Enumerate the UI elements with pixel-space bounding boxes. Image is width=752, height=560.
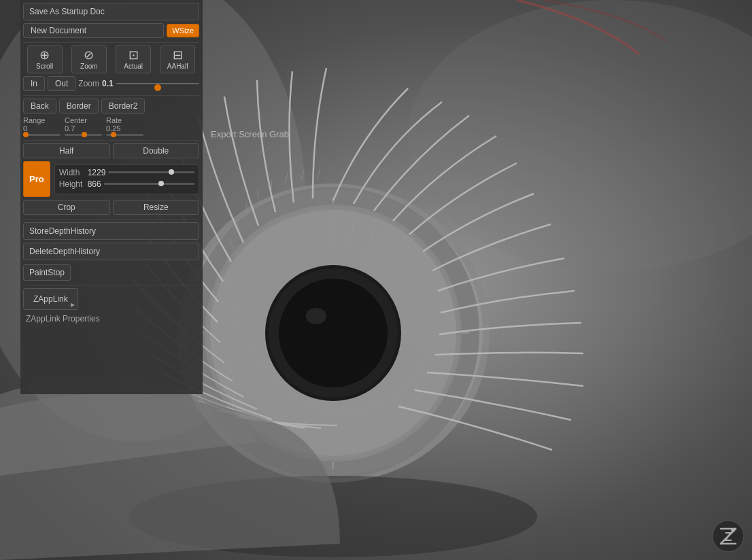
rate-thumb [111, 132, 116, 137]
height-thumb [158, 181, 164, 186]
half-double-row: Half Double [23, 143, 199, 158]
new-document-row: New Document WSize [23, 23, 199, 38]
actual-label: Actual [124, 63, 143, 70]
range-thumb [23, 132, 29, 137]
save-startup-row: Save As Startup Doc [23, 3, 199, 20]
actual-button[interactable]: ⊡ Actual [116, 46, 151, 73]
height-slider[interactable] [104, 183, 194, 185]
zbrush-logo: Z [711, 519, 745, 553]
zoom-thumb [154, 84, 161, 91]
depth-history-row: StoreDepthHistory DeleteDepthHistory [23, 222, 199, 260]
scroll-label: Scroll [36, 63, 53, 70]
height-label: Height [59, 179, 85, 189]
width-label: Width [59, 168, 85, 177]
store-depth-button[interactable]: StoreDepthHistory [23, 222, 199, 240]
divider-2 [23, 95, 199, 96]
range-control: Range 0 [23, 116, 61, 136]
zoom-icon: ⊘ [84, 49, 94, 61]
divider-4 [23, 219, 199, 220]
paint-stop-button[interactable]: PaintStop [23, 264, 71, 281]
range-slider[interactable] [23, 134, 61, 136]
scroll-button[interactable]: ⊕ Scroll [27, 46, 63, 73]
dimensions-panel: Width 1229 Height 866 [54, 164, 199, 194]
zoom-button[interactable]: ⊘ Zoom [71, 46, 107, 73]
divider-3 [23, 140, 199, 141]
save-as-startup-button[interactable]: Save As Startup Doc [23, 3, 199, 20]
delete-depth-button[interactable]: DeleteDepthHistory [23, 243, 199, 260]
rate-control: Rate 0.25 [106, 116, 143, 136]
divider-5 [23, 285, 199, 285]
wsize-button[interactable]: WSize [167, 24, 199, 37]
zoom-control-row: In Out Zoom 0.1 [23, 76, 199, 91]
center-value: 0.7 [65, 124, 75, 133]
svg-point-46 [279, 279, 388, 387]
range-label: Range [23, 116, 45, 124]
zapplink-button[interactable]: ZAppLink [23, 288, 78, 310]
border2-button[interactable]: Border2 [101, 99, 146, 113]
height-value: 866 [88, 179, 101, 189]
zoom-track [116, 83, 199, 84]
width-slider[interactable] [108, 171, 194, 173]
width-value: 1229 [88, 168, 106, 177]
range-sliders-row: Range 0 Center 0.7 Rate 0.25 [23, 116, 199, 136]
aahalf-button[interactable]: ⊟ AAHalf [160, 46, 195, 73]
border-button[interactable]: Border [59, 99, 99, 113]
pro-dims-row: Pro Width 1229 Height 866 [23, 161, 199, 197]
paint-stop-row: PaintStop [23, 264, 199, 281]
resize-button[interactable]: Resize [113, 200, 200, 215]
zoom-btn-label: Zoom [80, 63, 98, 70]
sidebar-panel: Save As Startup Doc New Document WSize ⊕… [20, 0, 203, 394]
center-thumb [82, 132, 87, 137]
svg-text:Z: Z [725, 530, 732, 544]
divider-1 [23, 42, 199, 43]
back-border-row: Back Border Border2 [23, 99, 199, 113]
zapplink-row: ZAppLink [23, 288, 199, 310]
rate-label: Rate [106, 116, 122, 124]
back-button[interactable]: Back [23, 99, 56, 113]
actual-icon: ⊡ [129, 49, 139, 61]
zapplink-properties-label[interactable]: ZAppLink Properties [23, 313, 199, 325]
new-document-button[interactable]: New Document [23, 23, 164, 38]
crop-resize-row: Crop Resize [23, 200, 199, 215]
center-label: Center [65, 116, 87, 124]
rate-slider[interactable] [106, 134, 143, 136]
scroll-icon: ⊕ [39, 49, 50, 61]
center-slider[interactable] [65, 134, 102, 136]
out-button[interactable]: Out [48, 76, 75, 91]
svg-point-47 [306, 308, 326, 324]
double-button[interactable]: Double [113, 143, 200, 158]
zoom-slider[interactable] [116, 79, 199, 88]
in-button[interactable]: In [23, 76, 45, 91]
aahalf-label: AAHalf [167, 63, 188, 70]
aahalf-icon: ⊟ [173, 49, 183, 61]
view-controls-row: ⊕ Scroll ⊘ Zoom ⊡ Actual ⊟ AAHalf [23, 46, 199, 73]
height-row: Height 866 [59, 179, 194, 189]
zoom-text-label: Zoom [78, 79, 99, 88]
center-control: Center 0.7 [65, 116, 102, 136]
zoom-value-display: 0.1 [102, 79, 114, 88]
width-row: Width 1229 [59, 168, 194, 177]
pro-button[interactable]: Pro [23, 161, 50, 197]
half-button[interactable]: Half [23, 143, 110, 158]
crop-button[interactable]: Crop [23, 200, 110, 215]
width-thumb [169, 169, 174, 175]
